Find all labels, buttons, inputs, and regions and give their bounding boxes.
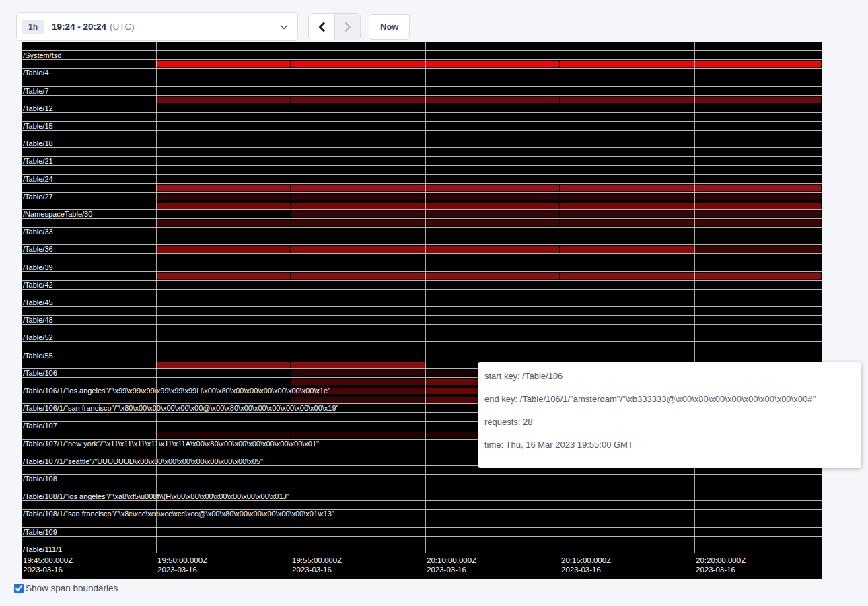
heatmap-row-label: /Table/18 xyxy=(23,139,53,147)
heatmap-cell xyxy=(291,185,425,191)
heatmap-band xyxy=(22,518,822,527)
heatmap-cell xyxy=(156,273,290,279)
x-axis-tick-label: 20:10:00.000Z2023-03-16 xyxy=(427,556,476,574)
heatmap-cell xyxy=(560,97,694,103)
heatmap-cell xyxy=(694,194,821,200)
heatmap-band xyxy=(22,86,822,95)
heatmap-band xyxy=(22,324,822,333)
heatmap-row-label: /Table/21 xyxy=(23,157,53,165)
heatmap-row-label: /Table/111/1 xyxy=(23,545,62,553)
heatmap-cell xyxy=(291,194,425,200)
heatmap-band xyxy=(22,130,822,139)
heatmap-band xyxy=(22,165,822,174)
heatmap-band xyxy=(22,236,822,244)
heatmap-band xyxy=(22,68,822,77)
heatmap-cell xyxy=(291,220,425,226)
heatmap-cell xyxy=(560,211,694,217)
prev-range-button[interactable] xyxy=(309,14,334,40)
heatmap-cell xyxy=(560,273,694,279)
heatmap-row-label: /Table/12 xyxy=(23,104,53,112)
heatmap-row-label: /Table/52 xyxy=(23,333,53,341)
heatmap-band xyxy=(22,59,822,68)
heatmap-cell xyxy=(156,432,290,438)
heatmap-row-label: /Table/24 xyxy=(23,175,53,183)
heatmap-cell xyxy=(291,61,425,67)
heatmap-band xyxy=(22,218,822,227)
heatmap-band xyxy=(22,139,822,147)
heatmap-cell xyxy=(425,194,559,200)
heatmap-band xyxy=(22,201,822,209)
heatmap-cell xyxy=(291,246,425,252)
heatmap-row-label: /Table/108/1/"san francisco"/"\x8c\xcc\x… xyxy=(23,510,334,518)
heatmap-row-label: /Table/36 xyxy=(23,245,53,253)
heatmap-cell xyxy=(694,273,821,279)
heatmap-cell xyxy=(694,246,821,252)
heatmap-band xyxy=(22,156,822,165)
heatmap-band xyxy=(22,527,822,536)
heatmap-band xyxy=(22,341,822,350)
heatmap-cell xyxy=(425,273,559,279)
heatmap-band xyxy=(22,112,822,121)
heatmap-row-label: /NamespaceTable/30 xyxy=(23,210,92,218)
show-span-boundaries-checkbox[interactable] xyxy=(14,584,24,593)
heatmap-cell xyxy=(425,185,559,191)
key-visualizer-heatmap[interactable]: /System/tsd/Table/4/Table/7/Table/12/Tab… xyxy=(22,42,822,579)
heatmap-cell xyxy=(156,203,290,209)
heatmap-cell xyxy=(291,211,425,217)
heatmap-row-label: /Table/45 xyxy=(23,298,53,306)
time-nav-group xyxy=(308,13,361,40)
heatmap-time-gridline xyxy=(560,42,560,553)
heatmap-time-gridline xyxy=(291,42,291,553)
heatmap-cell xyxy=(156,194,290,200)
heatmap-row-label: /Table/107/1/"seattle"/"UUUUUUD\x00\x80\… xyxy=(23,457,263,465)
heatmap-cell xyxy=(560,220,694,226)
heatmap-cell xyxy=(291,273,425,279)
heatmap-cell xyxy=(291,362,425,368)
heatmap-band xyxy=(22,536,822,545)
x-axis-tick-label: 20:20:00.000Z2023-03-16 xyxy=(696,556,746,574)
chevron-left-icon xyxy=(318,22,326,32)
chevron-right-icon xyxy=(344,22,351,32)
time-range-dropdown[interactable]: 1h 19:24 - 20:24 (UTC) xyxy=(16,12,298,41)
heatmap-band xyxy=(22,147,822,156)
heatmap-band xyxy=(22,209,822,218)
heatmap-cell xyxy=(156,246,290,252)
heatmap-cell xyxy=(156,220,290,226)
heatmap-row-label: /Table/33 xyxy=(23,228,53,236)
heatmap-cell xyxy=(156,61,290,67)
heatmap-band xyxy=(22,500,822,509)
heatmap-band xyxy=(22,104,822,112)
heatmap-row-label: /Table/42 xyxy=(23,281,53,289)
heatmap-band xyxy=(22,174,822,183)
tooltip-start-key: start key: /Table/106 xyxy=(484,372,855,381)
heatmap-band xyxy=(22,244,822,253)
heatmap-band xyxy=(22,333,822,341)
heatmap-cell xyxy=(694,220,821,226)
heatmap-cell xyxy=(291,370,425,376)
heatmap-tooltip: start key: /Table/106 end key: /Table/10… xyxy=(478,362,861,468)
heatmap-cell xyxy=(156,185,290,191)
x-axis-tick-label: 19:45:00.000Z2023-03-16 xyxy=(23,556,73,574)
heatmap-band xyxy=(22,263,822,271)
heatmap-row-label: /Table/7 xyxy=(23,87,49,95)
next-range-button[interactable] xyxy=(334,14,360,40)
heatmap-band xyxy=(22,95,822,104)
heatmap-cell xyxy=(560,203,694,209)
heatmap-band xyxy=(22,474,822,483)
heatmap-band xyxy=(22,192,822,201)
heatmap-row-label: /Table/55 xyxy=(23,351,53,360)
tooltip-end-key: end key: /Table/106/1/"amsterdam"/"\xb33… xyxy=(484,395,855,404)
heatmap-row-label: /Table/27 xyxy=(23,193,53,201)
tooltip-requests: requests: 28 xyxy=(484,417,855,427)
heatmap-row-label: /Table/48 xyxy=(23,316,53,324)
tooltip-time: time: Thu, 16 Mar 2023 19:55:00 GMT xyxy=(484,440,855,450)
heatmap-cell xyxy=(425,203,559,209)
heatmap-cell xyxy=(291,397,425,403)
heatmap-row-label: /Table/15 xyxy=(23,122,53,130)
now-button[interactable]: Now xyxy=(369,14,410,40)
heatmap-row-label: /Table/4 xyxy=(23,69,49,77)
heatmap-row-label: /Table/108/1/"los angeles"/"\xa8\xf5\u00… xyxy=(23,492,289,500)
heatmap-band xyxy=(22,545,822,553)
heatmap-cell xyxy=(560,61,694,67)
heatmap-row-label: /Table/39 xyxy=(23,263,53,271)
